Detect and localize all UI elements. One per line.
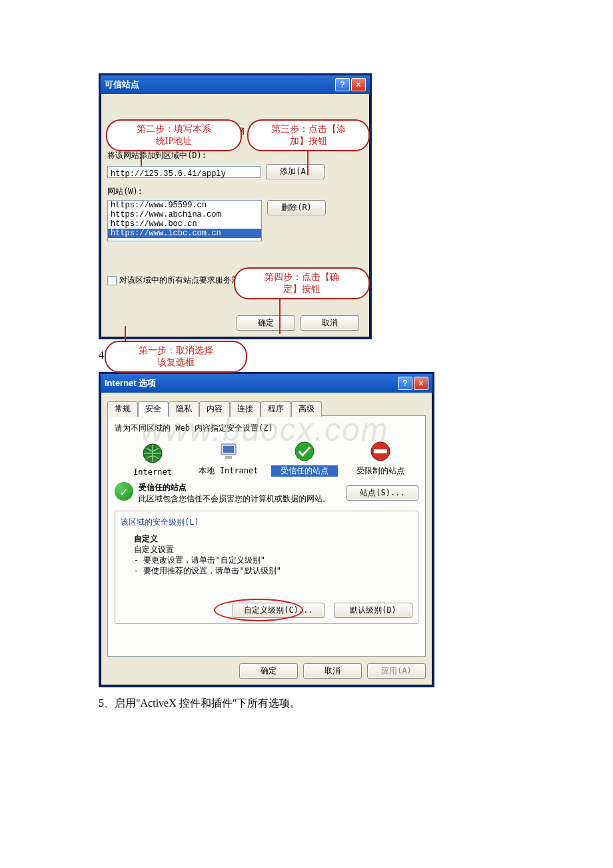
close-button[interactable]: ×	[351, 78, 366, 91]
apply-button[interactable]: 应用(A)	[367, 663, 426, 679]
tab-advanced[interactable]: 高级	[291, 401, 322, 417]
add-button[interactable]: 添加(A)	[266, 164, 324, 179]
trusted-sites-dialog: 可信站点 ? × 第二步：填写本系 统IP地址 的网 第三步：点击【添 加】按钮…	[99, 73, 372, 339]
add-website-input[interactable]: http://125.35.6.41/apply	[107, 166, 261, 178]
titlebar[interactable]: 可信站点 ? ×	[101, 75, 370, 94]
ok-button[interactable]: 确定	[239, 663, 298, 679]
callout-step4: 第四步：点击【确 定】按钮	[234, 267, 370, 299]
level-line2: - 要更改设置，请单击"自定义级别"	[134, 555, 412, 565]
list-item[interactable]: https://www.icbc.com.cn	[108, 229, 261, 238]
zone-label: 受限制的站点	[347, 465, 414, 477]
list-item[interactable]: https://www.95599.cn	[108, 201, 261, 210]
tab-general[interactable]: 常规	[107, 401, 138, 417]
ok-button[interactable]: 确定	[237, 315, 295, 331]
tab-privacy[interactable]: 隐私	[169, 401, 199, 417]
zone-label: 本地 Intranet	[195, 465, 262, 477]
connector-line	[279, 298, 281, 334]
help-button[interactable]: ?	[398, 377, 412, 390]
svg-rect-2	[223, 446, 234, 453]
sites-button[interactable]: 站点(S)...	[346, 485, 418, 501]
level-line3: - 要使用推荐的设置，请单击"默认级别"	[134, 565, 412, 576]
zone-trusted[interactable]: 受信任的站点	[271, 440, 338, 477]
svg-rect-6	[374, 449, 387, 453]
websites-listbox[interactable]: https://www.95599.cn https://www.abchina…	[107, 200, 262, 241]
security-level-group: 该区域的安全级别(L) 自定义 自定义设置 - 要更改设置，请单击"自定义级别"…	[115, 511, 418, 624]
tab-connections[interactable]: 连接	[230, 401, 261, 417]
add-label: 将该网站添加到区域中(D):	[107, 150, 363, 161]
zone-restricted[interactable]: 受限制的站点	[347, 440, 414, 477]
level-line1: 自定义设置	[134, 544, 412, 555]
dialog-title: Internet 选项	[105, 377, 156, 389]
trusted-zone-detail: ✓ 受信任的站点 此区域包含您信任不会损害您的计算机或数据的网站。 站点(S).…	[115, 482, 418, 504]
remove-button[interactable]: 删除(R)	[267, 200, 326, 215]
custom-level-button[interactable]: 自定义级别(C)...	[233, 603, 324, 618]
globe-icon	[141, 442, 164, 465]
zone-label: Internet	[119, 467, 186, 477]
close-button[interactable]: ×	[414, 377, 428, 390]
help-button[interactable]: ?	[335, 78, 350, 91]
computer-icon	[217, 440, 240, 463]
zone-label: 受信任的站点	[271, 465, 338, 477]
trusted-desc: 此区域包含您信任不会损害您的计算机或数据的网站。	[139, 493, 341, 504]
dialog-buttons: 确定 取消 应用(A)	[107, 663, 426, 679]
connector-line	[125, 326, 126, 341]
list-item[interactable]: https://www.abchina.com	[108, 210, 261, 219]
dialog-body: 第二步：填写本系 统IP地址 的网 第三步：点击【添 加】按钮 第四步：点击【确…	[101, 94, 370, 337]
zone-prompt: 请为不同区域的 Web 内容指定安全设置(Z)	[115, 423, 418, 433]
svg-point-4	[295, 442, 314, 461]
tab-programs[interactable]: 程序	[261, 401, 291, 417]
list-item[interactable]: https://www.boc.cn	[108, 219, 261, 229]
titlebar[interactable]: Internet 选项 ? ×	[101, 374, 432, 393]
checkmark-circle-icon	[293, 440, 316, 463]
internet-options-dialog: Internet 选项 ? × www.bdocx.com 常规 安全 隐私 内…	[99, 372, 434, 687]
zone-icons-row: Internet 本地 Intranet	[115, 440, 418, 477]
default-level-button[interactable]: 默认级别(D)	[334, 603, 412, 618]
connector-line	[141, 150, 142, 166]
trusted-title: 受信任的站点	[139, 482, 341, 493]
tab-security[interactable]: 安全	[138, 401, 169, 417]
tab-content[interactable]: 内容	[199, 401, 230, 417]
connector-line	[307, 150, 308, 175]
callout-step2: 第二步：填写本系 统IP地址	[106, 119, 242, 151]
dialog-body: www.bdocx.com 常规 安全 隐私 内容 连接 程序 高级 请为不同区…	[101, 393, 432, 685]
callout-step3: 第三步：点击【添 加】按钮	[247, 119, 370, 151]
no-entry-icon	[369, 440, 392, 463]
instruction-line-5: 5、启用"ActiveX 控件和插件"下所有选项。	[99, 697, 613, 711]
security-tabpanel: 请为不同区域的 Web 内容指定安全设置(Z) Internet	[107, 415, 426, 657]
tabstrip: 常规 安全 隐私 内容 连接 程序 高级	[107, 401, 426, 416]
zone-internet[interactable]: Internet	[119, 442, 186, 477]
cancel-button[interactable]: 取消	[303, 663, 362, 679]
level-custom-title: 自定义	[134, 533, 412, 544]
dialog-title: 可信站点	[105, 79, 139, 91]
svg-rect-3	[225, 456, 232, 459]
zone-intranet[interactable]: 本地 Intranet	[195, 440, 262, 477]
checkbox-icon[interactable]	[107, 276, 117, 285]
websites-label: 网站(W):	[107, 186, 363, 197]
checkmark-circle-icon: ✓	[115, 482, 133, 501]
group-title: 该区域的安全级别(L)	[121, 517, 412, 528]
callout-step1: 第一步：取消选择 该复选框	[105, 341, 247, 373]
cancel-button[interactable]: 取消	[301, 315, 359, 331]
